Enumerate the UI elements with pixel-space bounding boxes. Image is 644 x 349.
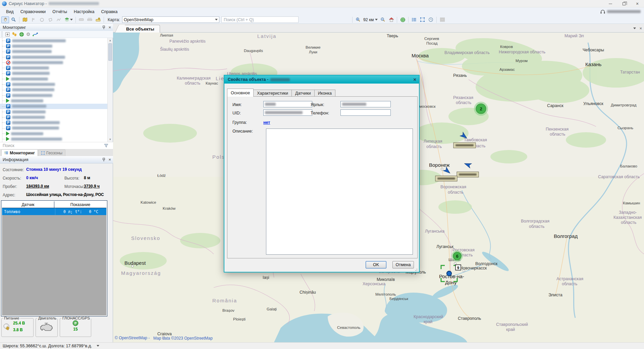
scroll-down-icon[interactable]: ▼ bbox=[108, 137, 113, 142]
statusbar-dropdown-icon[interactable] bbox=[97, 345, 99, 347]
sidebar-tab-Мониторинг[interactable]: Мониторинг bbox=[1, 149, 38, 156]
settings-gear-icon[interactable]: ⚙ bbox=[26, 32, 31, 37]
pan-tool-button[interactable] bbox=[1, 16, 9, 23]
show-on-map-icon[interactable] bbox=[19, 32, 24, 37]
mileage-value[interactable]: 184393,0 км bbox=[26, 184, 49, 189]
tree-item-vehicle[interactable]: P bbox=[0, 82, 108, 87]
map-source-select[interactable]: OpenStreetMap bbox=[122, 16, 219, 23]
phone-input[interactable] bbox=[340, 109, 391, 116]
add-flag-button-disabled[interactable] bbox=[30, 16, 37, 23]
tree-item-vehicle[interactable] bbox=[0, 98, 108, 103]
zoom-tool-button[interactable] bbox=[10, 16, 17, 23]
sensor-table-header: ДатчикПоказание bbox=[2, 201, 106, 208]
expand-all-icon[interactable] bbox=[5, 32, 10, 37]
group-link[interactable]: нет bbox=[263, 120, 270, 125]
tree-search-field[interactable]: Поиск bbox=[0, 142, 113, 149]
resize-grip[interactable] bbox=[415, 268, 418, 271]
description-textarea[interactable] bbox=[266, 129, 413, 255]
menu-item-Справочники[interactable]: Справочники bbox=[17, 8, 49, 15]
search-input[interactable]: Поиск (Ctrl + Q) bbox=[221, 16, 299, 23]
cluster-marker[interactable]: 6 bbox=[451, 250, 463, 262]
hours-value[interactable]: 3730,9 ч bbox=[84, 184, 100, 189]
tree-item-vehicle[interactable]: P bbox=[0, 109, 108, 114]
ruler-button-disabled[interactable] bbox=[77, 16, 85, 23]
tree-item-vehicle[interactable]: P bbox=[0, 43, 108, 49]
plate-input[interactable] bbox=[340, 101, 391, 107]
minimap-button-disabled[interactable] bbox=[438, 16, 446, 23]
selection-polygon-icon bbox=[420, 17, 425, 22]
area-measure-button-disabled[interactable] bbox=[86, 16, 94, 23]
tree-item-vehicle[interactable] bbox=[0, 60, 108, 65]
add-circle-button-disabled[interactable] bbox=[38, 16, 46, 23]
history-button[interactable] bbox=[427, 16, 435, 23]
tree-item-vehicle[interactable]: P bbox=[0, 87, 108, 93]
scroll-up-icon[interactable]: ▲ bbox=[108, 38, 113, 43]
vehicle-name-box[interactable] bbox=[453, 143, 476, 148]
tree-item-vehicle[interactable]: P bbox=[0, 93, 108, 98]
tree-item-vehicle[interactable]: P bbox=[0, 54, 108, 60]
cancel-button[interactable]: Отмена bbox=[392, 261, 414, 268]
pin-icon[interactable] bbox=[102, 158, 106, 162]
dialog-tab-Основное[interactable]: Основное bbox=[227, 89, 254, 97]
dialog-tab-Характеристики[interactable]: Характеристики bbox=[254, 90, 292, 97]
tab-close-icon[interactable]: × bbox=[639, 26, 642, 31]
scroll-thumb[interactable] bbox=[108, 43, 112, 61]
follow-tracks-icon[interactable] bbox=[12, 32, 17, 37]
cluster-marker[interactable]: 2 bbox=[474, 102, 488, 116]
tree-item-vehicle[interactable]: P bbox=[0, 65, 108, 70]
show-all-objects-button[interactable] bbox=[399, 16, 407, 23]
menu-item-Справка[interactable]: Справка bbox=[98, 8, 121, 15]
map-label: Херсонська bbox=[363, 282, 385, 286]
tree-item-vehicle[interactable]: P bbox=[0, 38, 108, 43]
tree-item-vehicle[interactable]: P bbox=[0, 49, 108, 54]
name-input[interactable] bbox=[263, 101, 312, 107]
sensor-row[interactable]: Топливо0 л; t°: 0 °C bbox=[2, 208, 106, 215]
dialog-tab-Датчики[interactable]: Датчики bbox=[292, 90, 315, 97]
tree-scrollbar[interactable]: ▲ ▼ bbox=[107, 38, 113, 142]
vehicle-name-box[interactable] bbox=[457, 172, 479, 177]
close-panel-icon[interactable]: × bbox=[108, 25, 111, 30]
object-list-button[interactable] bbox=[410, 16, 418, 23]
menu-item-Настройка[interactable]: Настройка bbox=[70, 8, 98, 15]
toolbar-grip[interactable] bbox=[1, 32, 3, 37]
tree-item-vehicle[interactable] bbox=[0, 131, 108, 136]
tree-item-vehicle[interactable] bbox=[0, 136, 108, 142]
tab-all-objects[interactable]: Все объекты bbox=[120, 25, 160, 33]
vehicle-name-box[interactable] bbox=[435, 176, 457, 181]
close-panel-icon[interactable]: × bbox=[108, 157, 111, 162]
route-icon[interactable] bbox=[33, 32, 38, 37]
tree-item-vehicle[interactable] bbox=[0, 76, 108, 82]
parked-icon: P bbox=[6, 104, 10, 108]
tab-list-chevron-icon[interactable] bbox=[633, 28, 636, 29]
zoom-level-dropdown[interactable]: 92 км bbox=[363, 17, 378, 22]
close-button[interactable]: × bbox=[631, 0, 644, 7]
sidebar-tab-Геозоны[interactable]: Геозоны bbox=[38, 149, 65, 156]
dialog-close-icon[interactable]: × bbox=[413, 77, 416, 82]
tree-item-vehicle[interactable]: P bbox=[0, 114, 108, 120]
select-area-button[interactable] bbox=[419, 16, 426, 23]
layers-dropdown-button[interactable] bbox=[63, 16, 74, 23]
maximize-button[interactable] bbox=[617, 0, 631, 7]
add-polyline-button-disabled[interactable] bbox=[55, 16, 62, 23]
map-source-button[interactable] bbox=[21, 16, 29, 23]
vehicle-name-redacted bbox=[12, 56, 65, 59]
dialog-title-bar[interactable]: Свойства объекта - × bbox=[224, 76, 419, 84]
menu-item-Отчёты[interactable]: Отчёты bbox=[49, 8, 70, 15]
dialog-tab-Иконка[interactable]: Иконка bbox=[315, 90, 335, 97]
add-polygon-button-disabled[interactable] bbox=[46, 16, 54, 23]
pin-icon[interactable] bbox=[102, 26, 106, 30]
tree-item-vehicle[interactable]: P bbox=[0, 71, 108, 76]
home-view-button[interactable] bbox=[387, 16, 395, 23]
ok-button[interactable]: OK bbox=[366, 261, 386, 268]
zoom-in-button[interactable] bbox=[354, 16, 362, 23]
uid-input[interactable] bbox=[263, 109, 312, 116]
count-badge-marker[interactable]: 9 bbox=[455, 265, 461, 270]
tree-item-vehicle[interactable]: P bbox=[0, 104, 108, 109]
cost-measure-button[interactable]: $ bbox=[94, 16, 102, 23]
tree-item-vehicle[interactable]: P bbox=[0, 120, 108, 125]
tree-item-vehicle[interactable]: P bbox=[0, 126, 108, 131]
minimize-button[interactable] bbox=[604, 0, 617, 7]
filter-funnel-icon[interactable] bbox=[104, 144, 108, 148]
zoom-out-button[interactable] bbox=[379, 16, 387, 23]
menu-item-Вид[interactable]: Вид bbox=[3, 8, 17, 15]
